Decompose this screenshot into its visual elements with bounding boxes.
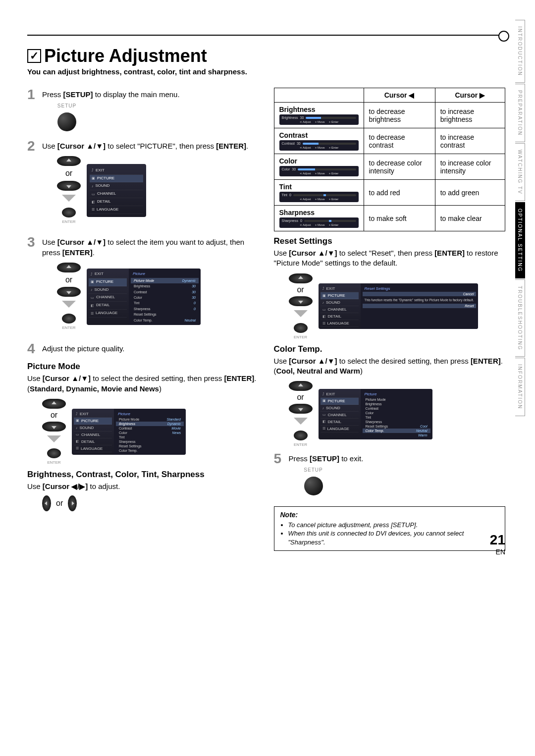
- step-1: 1 Press [SETUP] to display the main menu…: [27, 88, 259, 133]
- table-row: Sharpness Sharpness 0AdjustMoveEnter to …: [274, 206, 505, 231]
- table-row: Tint Tint 0AdjustMoveEnter to add red to…: [274, 180, 505, 206]
- th-cursor-left: Cursor ◀: [364, 88, 435, 103]
- step-4: 4 Adjust the picture quality.: [27, 342, 259, 356]
- cursor-lr-diagram: or: [42, 495, 259, 511]
- cursor-up-down-diagram: or ENTER: [57, 156, 81, 224]
- page-title: ✓ Picture Adjustment: [27, 46, 505, 66]
- checkbox-icon: ✓: [27, 49, 41, 63]
- cursor-diagram: or ENTER: [57, 263, 81, 331]
- osd-colortemp: ⤴EXIT ▣PICTURE ♪SOUND ▭CHANNEL ◧DETAIL ☰…: [319, 389, 432, 439]
- bcts-heading: Brightness, Contrast, Color, Tint, Sharp…: [27, 470, 259, 480]
- step-num: 5: [274, 452, 285, 497]
- note-box: Note: To cancel picture adjustment, pres…: [274, 506, 506, 551]
- step-5: 5 Press [SETUP] to exit. SETUP: [274, 452, 506, 497]
- th-cursor-right: Cursor ▶: [435, 88, 505, 103]
- cursor-left-icon: [42, 495, 51, 511]
- setup-button-icon: [304, 477, 323, 495]
- cursor-diagram: or ENTER: [289, 381, 313, 447]
- arrow-down-icon: [62, 195, 76, 202]
- step-num: 1: [27, 88, 38, 133]
- colortemp-text: Use [Cursor ▲/▼] to select the desired s…: [274, 356, 506, 377]
- title-text: Picture Adjustment: [44, 46, 207, 66]
- osd-picture-menu: ⤴EXIT ▣PICTURE ♪SOUND ▭CHANNEL ◧DETAIL ☰…: [87, 269, 201, 325]
- page-number: 21 EN: [490, 532, 505, 556]
- top-rule: [27, 35, 505, 36]
- cursor-up-icon: [57, 156, 81, 166]
- reset-text: Use [Cursor ▲/▼] to select "Reset", then…: [274, 248, 506, 269]
- note-heading: Note:: [280, 511, 499, 519]
- note-item: When this unit is connected to DVI devic…: [288, 529, 499, 546]
- note-item: To cancel picture adjustment, press [SET…: [288, 521, 499, 530]
- cursor-down-icon: [57, 181, 81, 191]
- step-2: 2 Use [Cursor ▲/▼] to select "PICTURE", …: [27, 139, 259, 230]
- osd-picture-mode-options: ⤴EXIT ▣PICTURE ♪SOUND ▭CHANNEL ◧DETAIL ☰…: [72, 409, 186, 455]
- table-row: Color Color 30AdjustMoveEnter to decreas…: [274, 154, 505, 180]
- osd-main-menu: ⤴EXIT ▣PICTURE ♪SOUND ▭CHANNEL ◧DETAIL ☰…: [87, 164, 146, 217]
- step-num: 2: [27, 139, 38, 230]
- picture-mode-text: Use [Cursor ▲/▼] to select the desired s…: [27, 374, 259, 394]
- bcts-text: Use [Cursor ◀/▶] to adjust.: [27, 482, 259, 491]
- picture-mode-heading: Picture Mode: [27, 362, 259, 372]
- table-row: Brightness Brightness 30 AdjustMoveEnter…: [274, 103, 505, 128]
- step-num: 4: [27, 342, 38, 356]
- slider-osd: Brightness 30 AdjustMoveEnter: [279, 114, 359, 125]
- setup-label: SETUP: [52, 103, 82, 109]
- step-num: 3: [27, 235, 38, 336]
- cursor-diagram: or ENTER: [289, 273, 313, 339]
- cursor-diagram: or ENTER: [42, 399, 66, 465]
- enter-button-icon: [62, 208, 76, 217]
- table-row: Contrast Contrast 30AdjustMoveEnter to d…: [274, 128, 505, 154]
- subtitle: You can adjust brightness, contrast, col…: [27, 67, 505, 76]
- cursor-right-icon: [68, 495, 77, 511]
- adjustment-table: Cursor ◀ Cursor ▶ Brightness Brightness …: [274, 88, 506, 231]
- reset-heading: Reset Settings: [274, 236, 506, 246]
- osd-reset: ⤴EXIT ▣PICTURE ♪SOUND ▭CHANNEL ◧DETAIL ☰…: [319, 283, 478, 329]
- step-3: 3 Use [Cursor ▲/▼] to select the item yo…: [27, 235, 259, 336]
- colortemp-heading: Color Temp.: [274, 344, 506, 354]
- setup-button-icon: [57, 112, 76, 131]
